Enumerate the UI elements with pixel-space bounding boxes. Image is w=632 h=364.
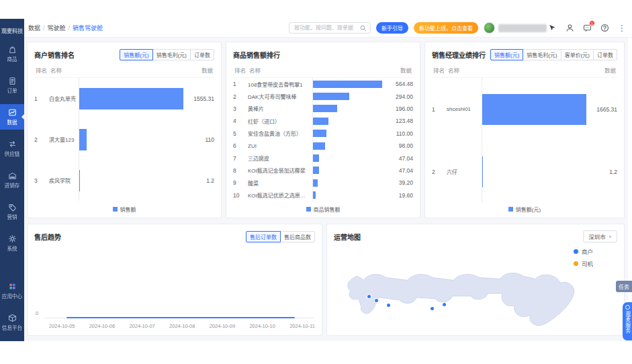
value-cell: 110 [183,136,214,143]
value-cell: 98.00 [382,142,413,149]
name-cell: 红虾（进口） [248,118,312,125]
breadcrumb-item[interactable]: 数据 [28,24,40,32]
search-box[interactable] [289,22,371,34]
search-input[interactable] [293,24,360,32]
rank-row: 8KOI甄选记金装加达椰浆47.04 [233,165,413,177]
brand-logo: 观麦科技 [1,19,23,41]
rank-row: 1108食堂带皮去骨鸭掌1564.48 [233,78,413,90]
x-tick-label: 2024-10-05 [49,323,75,329]
help-icon[interactable] [600,24,609,33]
rank-row: 3疾风学院1.2 [34,160,214,201]
bar [79,88,183,109]
name-cell: 六仔 [447,168,482,175]
gear-icon [8,234,17,243]
name-cell: 安佳含盐黄油（方形） [248,130,312,137]
bar [313,191,316,199]
bar-track [482,140,586,203]
guide-button[interactable]: 新手引导 [376,22,408,34]
rank-row: 2DAK大可寿司蟹味棒294.00 [233,90,413,102]
filter-gross-profit[interactable]: 销售毛利(元) [523,49,561,60]
product-ranking-card: 商品销售额排行 排名 名称 数据 1108食堂带皮去骨鸭掌1564.482DAK… [226,42,420,218]
filter-gross-profit[interactable]: 销售毛利(元) [152,49,191,60]
value-cell: 1.2 [586,169,617,175]
rank-row: 3黄棒片196.00 [233,103,413,115]
sidebar-item-marketing[interactable]: 营销 [0,199,24,224]
filter-sales-amount[interactable]: 销售额(元) [120,49,152,60]
sidebar-item-system[interactable]: 系统 [0,230,24,256]
rank-row: 6ZUI98.00 [233,140,413,152]
metric-switcher: 销售额(元) 销售毛利(元) 客单价(元) 订单数 [490,49,617,60]
headset-icon [625,305,630,310]
chevron-down-icon: ∨ [608,234,612,238]
chart-legend: 销售额 [28,206,221,213]
merchant-map-marker [367,295,371,298]
breadcrumb-separator: / [69,25,71,32]
promo-button[interactable]: 新功能上线，点击查看 [414,22,478,34]
sidebar-item-inventory[interactable]: 进销存 [0,167,24,193]
support-icon[interactable] [565,24,574,33]
filter-avg-order-value[interactable]: 客单价(元) [561,49,594,60]
bar-track [482,78,586,140]
rank-cell: 4 [233,118,248,124]
bag-icon [8,45,17,54]
merchant-map-marker [375,299,378,302]
breadcrumb-separator: / [43,25,45,32]
topbar-icons: 1 ⋮ [565,24,627,33]
screenshot-canvas: 观麦科技 商品 订单 数据 供应链 进销存 [0,0,632,364]
apps-icon [8,282,17,291]
legend-swatch [306,207,311,212]
sidebar-item-orders[interactable]: 订单 [0,73,24,98]
bar [313,154,319,162]
name-cell: 108食堂带皮去骨鸭掌1 [248,81,312,88]
value-cell: 47.04 [382,167,413,174]
task-tag[interactable]: 任务 [616,281,632,292]
rank-cell: 2 [432,169,447,175]
rank-row: 9酸菜39.20 [233,177,413,189]
filter-order-count[interactable]: 订单数 [593,49,617,60]
filter-aftersales-products[interactable]: 售后商品数 [280,231,315,242]
sidebar-item-info-platform[interactable]: 信息平台 [0,310,24,335]
product-rows: 1108食堂带皮去骨鸭掌1564.482DAK大可寿司蟹味棒294.003黄棒片… [233,78,413,201]
rank-cell: 8 [233,167,248,174]
filter-sales-amount[interactable]: 销售额(元) [490,49,523,60]
driver-dot-icon [574,261,578,266]
chart-legend: 商品销售额 [226,206,420,213]
sidebar-item-goods[interactable]: 商品 [0,41,24,66]
salesperson-ranking-card: 销售经理业绩排行 销售额(元) 销售毛利(元) 客单价(元) 订单数 排名 名称… [424,42,625,218]
value-cell: 110.00 [382,130,413,137]
avatar[interactable] [484,22,495,34]
rank-cell: 1 [34,95,49,102]
region-select[interactable]: 深圳市 ∨ [583,230,617,242]
bar-track [312,152,382,164]
service-tab[interactable]: 观麦服务 [623,302,632,340]
legend-item-merchant: 商户 [574,247,593,255]
merchant-map-marker [431,307,434,310]
sidebar: 观麦科技 商品 订单 数据 供应链 进销存 [0,19,24,341]
merchant-rows: 1白金丸单壳1555.312滨大量1231103疾风学院1.2 [34,78,214,201]
notification-badge: 1 [589,20,595,26]
breadcrumb-item[interactable]: 驾驶舱 [48,24,66,32]
rank-row: 1shceshi011665.31 [432,78,617,140]
filter-aftersales-orders[interactable]: 售后订单数 [246,231,281,242]
sidebar-item-app-center[interactable]: 应用中心 [0,278,24,304]
metric-switcher: 售后订单数 售后商品数 [246,231,315,242]
x-tick-label: 2024-10-08 [169,323,195,329]
value-cell: 19.60 [382,192,413,199]
value-cell: 39.20 [382,179,413,186]
name-cell: KOI甄选记金装加达椰浆 [248,167,312,174]
inventory-icon [8,171,17,180]
legend-swatch [508,207,513,212]
message-icon[interactable]: 1 [582,24,592,33]
rank-cell: 6 [233,142,248,149]
rank-cell: 3 [34,177,49,184]
order-icon [8,77,17,85]
rank-row: 7三边腐皮47.04 [233,152,413,164]
chart-legend: 销售额(元) [425,206,624,213]
sidebar-item-data[interactable]: 数据 [0,104,24,130]
card-title: 商户销售排名 [34,50,75,60]
search-icon [360,25,367,32]
operations-map-card: 运营地图 深圳市 ∨ 商户 司机 [326,224,625,336]
filter-order-count[interactable]: 订单数 [190,49,214,60]
kebab-menu-icon[interactable]: ⋮ [617,24,627,33]
sidebar-item-supply-chain[interactable]: 供应链 [0,136,24,161]
